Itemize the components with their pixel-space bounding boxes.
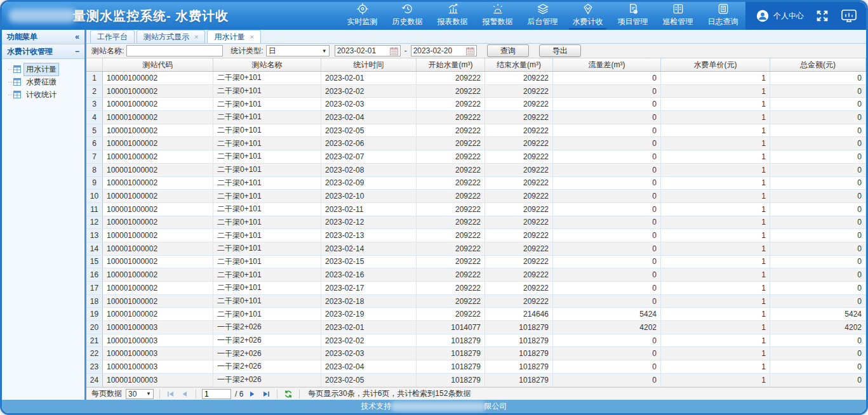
table-row[interactable]: 22 100001000003 一干渠2+026 2023-02-03 1018… xyxy=(86,347,866,360)
nav-item-log[interactable]: 日志查询 xyxy=(700,2,745,30)
divider xyxy=(299,390,300,399)
cell-unit-price: 1 xyxy=(661,72,770,84)
header-unit-price[interactable]: 水费单价(元) xyxy=(661,58,770,71)
query-button[interactable]: 查询 xyxy=(487,44,529,57)
date-from-value: 2023-02-01 xyxy=(337,46,376,55)
table-row[interactable]: 4 100001000002 二干渠0+101 2023-02-04 20922… xyxy=(86,111,866,124)
table-row[interactable]: 17 100001000002 二干渠0+101 2023-02-17 2092… xyxy=(86,282,866,295)
date-from-field[interactable]: 2023-02-01 xyxy=(335,45,401,56)
date-range-separator: - xyxy=(404,46,407,55)
tab-water-metering[interactable]: 用水计量 × xyxy=(207,30,260,43)
cell-flow-diff: 0 xyxy=(553,150,661,163)
sidebar-group-collapse-button[interactable]: − xyxy=(75,47,79,56)
header-start-volume[interactable]: 开始水量(m³) xyxy=(417,58,485,71)
cell-total-amount: 0 xyxy=(770,72,866,84)
last-page-button[interactable] xyxy=(261,389,271,399)
cell-total-amount: 0 xyxy=(770,190,866,202)
header-station-name[interactable]: 测站名称 xyxy=(213,58,321,71)
cell-unit-price: 1 xyxy=(661,242,770,255)
cell-flow-diff: 0 xyxy=(553,177,661,190)
cell-station-name: 二干渠0+101 xyxy=(213,177,321,190)
prev-page-button[interactable] xyxy=(180,389,190,399)
table-row[interactable]: 11 100001000002 二干渠0+101 2023-02-11 2092… xyxy=(86,203,866,216)
cell-station-code: 100001000002 xyxy=(103,137,213,150)
station-name-input[interactable] xyxy=(129,46,220,56)
header-end-volume[interactable]: 结束水量(m³) xyxy=(485,58,553,71)
station-name-field xyxy=(126,45,223,56)
cell-row-number: 3 xyxy=(86,98,103,110)
nav-label: 实时监测 xyxy=(347,16,378,27)
tab-close-icon[interactable]: × xyxy=(250,34,253,41)
header-station-code[interactable]: 测站代码 xyxy=(103,58,213,71)
table-row[interactable]: 2 100001000002 二干渠0+101 2023-02-02 20922… xyxy=(86,85,866,98)
cell-station-code: 100001000003 xyxy=(103,374,213,386)
dashboard-monitor-icon[interactable] xyxy=(841,8,857,23)
table-row[interactable]: 9 100001000002 二干渠0+101 2023-02-09 20922… xyxy=(86,177,866,190)
table-row[interactable]: 18 100001000002 二干渠0+101 2023-02-18 2092… xyxy=(86,295,866,308)
table-row[interactable]: 21 100001000003 一干渠2+026 2023-02-02 1018… xyxy=(86,334,866,348)
tab-workbench[interactable]: 工作平台 xyxy=(90,30,135,43)
cell-flow-diff: 0 xyxy=(553,203,661,216)
nav-item-realtime[interactable]: 实时监测 xyxy=(340,2,385,30)
next-page-button[interactable] xyxy=(247,389,257,399)
table-row[interactable]: 15 100001000002 二干渠0+101 2023-02-15 2092… xyxy=(86,256,866,269)
page-size-select[interactable]: 30 ▼ xyxy=(126,389,154,399)
cell-unit-price: 1 xyxy=(661,321,770,334)
table-row[interactable]: 16 100001000002 二干渠0+101 2023-02-16 2092… xyxy=(86,268,866,282)
first-page-button[interactable] xyxy=(166,389,176,399)
nav-item-alarm[interactable]: 报警数据 xyxy=(475,2,520,30)
stat-type-select[interactable]: 日 ▼ xyxy=(266,45,330,56)
tab-station-display[interactable]: 测站方式显示 × xyxy=(137,30,205,43)
app-footer: 技术支持 限公司 xyxy=(2,400,866,413)
cell-start-volume: 1018279 xyxy=(417,334,485,347)
sidebar-item-collection-stats[interactable]: 计收统计 xyxy=(8,88,84,101)
cell-end-volume: 209222 xyxy=(485,229,553,242)
table-row[interactable]: 1 100001000002 二干渠0+101 2023-02-01 20922… xyxy=(86,72,866,85)
table-row[interactable]: 12 100001000002 二干渠0+101 2023-02-12 2092… xyxy=(86,216,866,230)
export-button[interactable]: 导出 xyxy=(539,44,581,57)
table-row[interactable]: 5 100001000002 二干渠0+101 2023-02-05 20922… xyxy=(86,124,866,138)
calendar-icon[interactable] xyxy=(390,47,398,55)
nav-item-backend[interactable]: 后台管理 xyxy=(520,2,565,30)
table-row[interactable]: 10 100001000002 二干渠0+101 2023-02-10 2092… xyxy=(86,190,866,203)
table-row[interactable]: 24 100001000003 一干渠2+026 2023-02-05 1018… xyxy=(86,374,866,387)
cell-row-number: 10 xyxy=(86,190,103,202)
date-to-field[interactable]: 2023-02-20 xyxy=(411,45,477,56)
sidebar-group-header[interactable]: 水费计收管理 − xyxy=(2,44,84,59)
table-row[interactable]: 3 100001000002 二干渠0+101 2023-02-03 20922… xyxy=(86,98,866,111)
top-nav: 实时监测 历史数据 报表数据 报警数据 后台管理 水费计收 xyxy=(340,2,745,30)
table-row[interactable]: 14 100001000002 二干渠0+101 2023-02-14 2092… xyxy=(86,242,866,256)
realtime-monitor-icon xyxy=(356,3,369,15)
nav-item-project[interactable]: 项目管理 xyxy=(610,2,655,30)
sidebar-item-fee-collection[interactable]: 水费征缴 xyxy=(8,76,84,88)
sidebar-collapse-button[interactable]: « xyxy=(75,32,79,41)
table-row[interactable]: 7 100001000002 二干渠0+101 2023-02-07 20922… xyxy=(86,150,866,164)
cell-start-volume: 209222 xyxy=(417,216,485,229)
table-row[interactable]: 6 100001000002 二干渠0+101 2023-02-06 20922… xyxy=(86,137,866,150)
refresh-button[interactable] xyxy=(283,389,293,399)
cell-stat-time: 2023-02-04 xyxy=(321,111,417,124)
header-flow-diff[interactable]: 流量差(m³) xyxy=(553,58,661,71)
tab-close-icon[interactable]: × xyxy=(194,34,198,41)
nav-item-report[interactable]: 报表数据 xyxy=(430,2,475,30)
page-number-input[interactable] xyxy=(202,389,231,399)
cell-row-number: 16 xyxy=(86,268,103,281)
user-center-button[interactable]: 个人中心 xyxy=(756,9,804,23)
redacted-company-name xyxy=(391,402,486,411)
sidebar-item-water-metering[interactable]: 用水计量 xyxy=(8,63,84,76)
nav-item-history[interactable]: 历史数据 xyxy=(385,2,430,30)
header-total-amount[interactable]: 总金额(元) xyxy=(770,58,866,71)
table-row[interactable]: 20 100001000003 一干渠2+026 2023-02-01 1014… xyxy=(86,321,866,334)
table-row[interactable]: 23 100001000003 一干渠2+026 2023-02-04 1018… xyxy=(86,360,866,374)
fullscreen-icon[interactable] xyxy=(815,9,829,23)
table-row[interactable]: 8 100001000002 二干渠0+101 2023-02-08 20922… xyxy=(86,164,866,177)
table-row[interactable]: 13 100001000002 二干渠0+101 2023-02-13 2092… xyxy=(86,229,866,242)
header-stat-time[interactable]: 统计时间 xyxy=(321,58,417,71)
cell-start-volume: 1014077 xyxy=(417,321,485,334)
nav-item-water-fee[interactable]: 水费计收 xyxy=(565,2,610,30)
cell-station-code: 100001000003 xyxy=(103,347,213,360)
pagination-bar: 每页数据 30 ▼ / 6 每页显示30条，共计6页，共计检索到152条数据 xyxy=(86,387,866,400)
nav-item-inspection[interactable]: 巡检管理 xyxy=(655,2,700,30)
calendar-icon[interactable] xyxy=(466,47,474,55)
table-row[interactable]: 19 100001000002 二干渠0+101 2023-02-19 2092… xyxy=(86,308,866,321)
